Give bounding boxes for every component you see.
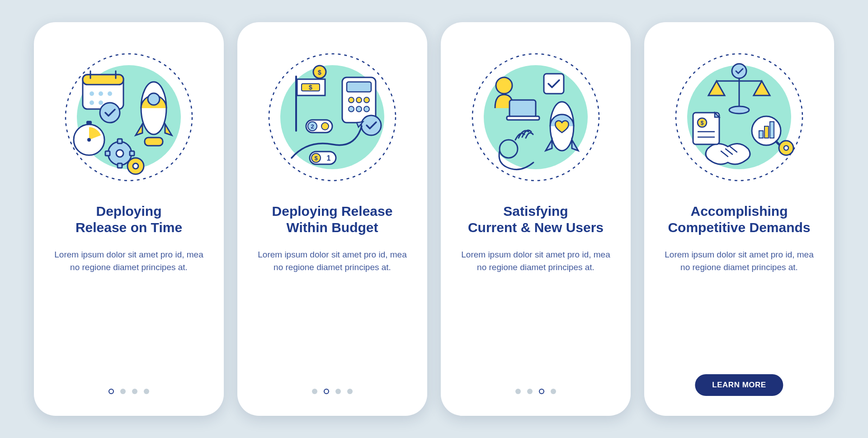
- dot-2[interactable]: [120, 389, 126, 394]
- check-icon: [100, 103, 120, 123]
- dot-3[interactable]: [335, 389, 341, 394]
- svg-rect-53: [507, 116, 539, 120]
- document-dollar-icon: $: [693, 113, 719, 144]
- dot-3[interactable]: [539, 389, 544, 394]
- dot-1[interactable]: [515, 389, 521, 394]
- svg-point-12: [148, 93, 160, 105]
- svg-text:$: $: [318, 69, 321, 76]
- svg-point-38: [349, 106, 354, 112]
- screen-body: Lorem ipsum dolor sit amet pro id, mea n…: [254, 248, 411, 273]
- svg-rect-3: [83, 75, 123, 85]
- dot-4[interactable]: [551, 389, 556, 394]
- page-indicator: [441, 389, 631, 394]
- svg-rect-52: [509, 100, 536, 117]
- svg-point-39: [356, 106, 362, 112]
- calendar-icon: [83, 71, 123, 109]
- illustration-competitive: $: [671, 49, 807, 185]
- screen-title: Satisfying Current & New Users: [468, 203, 604, 236]
- checkbox-icon: [544, 74, 564, 94]
- screen-body: Lorem ipsum dolor sit amet pro id, mea n…: [660, 248, 818, 273]
- svg-point-72: [784, 146, 788, 150]
- illustration-users: [468, 49, 604, 185]
- svg-point-51: [496, 77, 512, 94]
- svg-rect-34: [347, 82, 371, 92]
- svg-point-18: [116, 150, 123, 157]
- illustration-time: [61, 49, 197, 185]
- learn-more-button[interactable]: LEARN MORE: [695, 374, 783, 396]
- screen-body: Lorem ipsum dolor sit amet pro id, mea n…: [457, 248, 614, 273]
- svg-point-35: [349, 97, 354, 103]
- onboarding-screen-2: $ $ 2: [237, 22, 427, 416]
- svg-rect-69: [764, 126, 769, 138]
- dot-1[interactable]: [108, 389, 114, 394]
- dot-2[interactable]: [324, 389, 329, 394]
- check-icon: [361, 115, 381, 135]
- svg-rect-13: [145, 138, 163, 146]
- svg-text:$: $: [314, 155, 318, 162]
- page-indicator: [237, 389, 427, 394]
- svg-point-61: [729, 106, 749, 114]
- svg-text:2: 2: [311, 123, 314, 130]
- svg-point-36: [356, 97, 362, 103]
- dot-3[interactable]: [132, 389, 137, 394]
- screen-body: Lorem ipsum dolor sit amet pro id, mea n…: [50, 248, 208, 273]
- svg-rect-20: [118, 163, 122, 168]
- svg-rect-16: [86, 121, 92, 124]
- onboarding-screen-3: Satisfying Current & New Users Lorem ips…: [441, 22, 631, 416]
- svg-rect-21: [105, 151, 110, 156]
- svg-point-8: [108, 91, 112, 96]
- dot-4[interactable]: [144, 389, 149, 394]
- svg-point-44: [321, 123, 329, 130]
- onboarding-screen-1: Deploying Release on Time Lorem ipsum do…: [34, 22, 224, 416]
- svg-point-24: [133, 163, 138, 169]
- screen-title: Deploying Release Within Budget: [272, 203, 393, 236]
- dot-2[interactable]: [527, 389, 533, 394]
- svg-rect-70: [770, 122, 774, 138]
- svg-rect-19: [118, 139, 122, 143]
- handshake-icon: [706, 144, 750, 164]
- svg-point-10: [99, 100, 103, 105]
- svg-point-40: [364, 106, 369, 112]
- svg-point-15: [87, 138, 91, 142]
- svg-point-9: [90, 100, 94, 105]
- svg-text:$: $: [701, 120, 704, 126]
- svg-point-60: [732, 64, 746, 78]
- svg-text:$: $: [309, 84, 312, 91]
- dot-1[interactable]: [312, 389, 317, 394]
- dot-4[interactable]: [347, 389, 353, 394]
- svg-rect-22: [130, 151, 134, 156]
- screen-title: Deploying Release on Time: [75, 203, 182, 236]
- illustration-budget: $ $ 2: [264, 49, 400, 185]
- svg-point-6: [90, 91, 94, 96]
- onboarding-screen-4: $ Accomplishing Competitive Demands Lore…: [644, 22, 834, 416]
- svg-rect-68: [759, 131, 763, 138]
- svg-text:1: 1: [327, 154, 331, 162]
- svg-point-7: [99, 91, 103, 96]
- svg-point-37: [364, 97, 369, 103]
- page-indicator: [34, 389, 224, 394]
- screen-title: Accomplishing Competitive Demands: [668, 203, 810, 236]
